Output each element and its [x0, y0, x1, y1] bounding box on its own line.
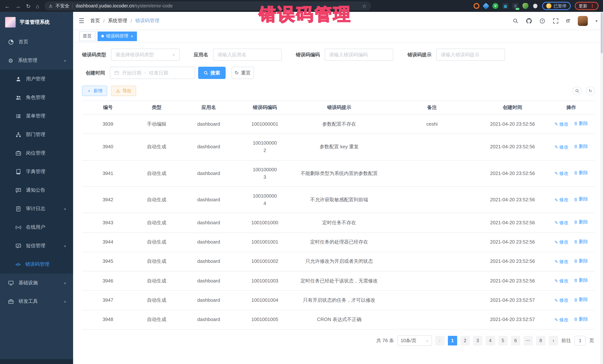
extension-icon-list[interactable]: ≣on [512, 3, 518, 9]
security-label[interactable]: 不安全 [56, 3, 70, 9]
error-type-select[interactable]: 请选择错误码类型 ∨ [111, 49, 180, 61]
browser-update-button[interactable]: 更新 ⋮ [575, 2, 599, 10]
help-icon[interactable]: ? [539, 18, 545, 23]
tag-home[interactable]: 首页 [79, 31, 95, 41]
breadcrumb-home[interactable]: 首页 [90, 17, 100, 24]
cell-hint: 定时任务的处理器已经存在 [310, 239, 368, 245]
scrollbar-thumb[interactable] [601, 13, 603, 53]
browser-menu-icon[interactable]: ⋮ [590, 3, 594, 9]
edit-link[interactable]: ✎修改 [554, 297, 568, 304]
sidebar-item-error-code[interactable]: </> 错误码管理 [0, 255, 73, 274]
edit-link[interactable]: ✎修改 [554, 278, 568, 285]
edit-link[interactable]: ✎修改 [554, 220, 568, 227]
sidebar-item-audit-log[interactable]: 审计日志 ∨ [0, 199, 73, 218]
font-size-icon[interactable]: tT [566, 18, 570, 23]
search-button[interactable]: 搜索 [198, 67, 226, 79]
edit-link[interactable]: ✎修改 [554, 316, 568, 324]
page-button-5[interactable]: 5 [498, 336, 508, 345]
error-code-input[interactable] [325, 49, 393, 61]
forward-icon[interactable]: → [15, 3, 21, 9]
delete-link[interactable]: 删除 [574, 316, 588, 323]
next-page-button[interactable]: › [549, 336, 558, 345]
app-name-input[interactable] [213, 49, 282, 61]
sidebar-item-label: 系统管理 [18, 57, 37, 64]
avatar-caret-icon[interactable]: ▾ [596, 19, 597, 23]
export-button[interactable]: 导出 [111, 86, 136, 96]
delete-link[interactable]: 删除 [574, 143, 588, 150]
tag-error-code[interactable]: 错误码管理 × [98, 31, 137, 41]
delete-link[interactable]: 删除 [574, 296, 588, 304]
delete-link[interactable]: 删除 [574, 238, 588, 245]
error-hint-input[interactable] [436, 49, 505, 61]
page-button-1[interactable]: 1 [448, 336, 457, 345]
delete-link[interactable]: 删除 [574, 277, 588, 284]
more-pages-button[interactable]: ••• [524, 336, 533, 345]
delete-link[interactable]: 删除 [574, 120, 588, 127]
goto-page-input[interactable] [575, 336, 586, 345]
page-size-select[interactable]: 10条/页 ∨ [397, 335, 432, 346]
refresh-table-button[interactable]: ↻ [586, 86, 595, 95]
sidebar-item-departments[interactable]: 部门管理 [0, 125, 73, 144]
user-avatar[interactable] [578, 16, 588, 26]
edit-link[interactable]: ✎修改 [554, 121, 568, 128]
sidebar-item-dictionary[interactable]: 字典管理 [0, 162, 73, 181]
sidebar-item-infrastructure[interactable]: 基础设施 ∨ [0, 274, 73, 292]
github-icon[interactable] [526, 18, 532, 23]
page-button-6[interactable]: 6 [511, 336, 520, 345]
app-logo-row[interactable]: 芋道管理系统 [0, 12, 73, 33]
scrollbar-track[interactable] [600, 12, 603, 364]
breadcrumb-system[interactable]: 系统管理 [108, 17, 127, 24]
back-icon[interactable]: ← [4, 3, 10, 9]
search-icon[interactable] [513, 18, 518, 23]
reset-button[interactable]: ↻ 重置 [232, 67, 254, 79]
col-id: 编号 [82, 101, 134, 114]
sidebar-item-sms[interactable]: 短信管理 ∨ [0, 236, 73, 255]
sidebar-item-posts[interactable]: 岗位管理 [0, 144, 73, 162]
delete-link[interactable]: 删除 [574, 219, 588, 226]
edit-link[interactable]: ✎修改 [554, 239, 568, 246]
page-button-2[interactable]: 2 [461, 336, 470, 345]
toggle-search-button[interactable] [573, 86, 581, 95]
extension-icon-orange[interactable] [474, 3, 479, 9]
close-icon[interactable]: × [131, 33, 133, 39]
sidebar-item-label: 菜单管理 [26, 113, 45, 119]
fullscreen-icon[interactable] [553, 18, 558, 23]
sidebar-item-home[interactable]: 首页 [0, 33, 73, 51]
edit-link[interactable]: ✎修改 [554, 258, 568, 265]
extension-icon-gem[interactable] [483, 3, 489, 10]
delete-link[interactable]: 删除 [574, 258, 588, 265]
bookmark-star-icon[interactable]: ☆ [362, 3, 366, 9]
home-icon[interactable]: ⌂ [36, 3, 39, 9]
page-button-8[interactable]: 8 [536, 336, 545, 345]
sidebar-item-notices[interactable]: 通知公告 [0, 181, 73, 199]
reload-icon[interactable]: ↻ [26, 3, 31, 9]
add-button[interactable]: ＋ 新增 [82, 86, 107, 96]
sidebar-item-online-users[interactable]: 在线用户 [0, 218, 73, 236]
prev-page-button[interactable]: ‹ [435, 336, 445, 345]
sidebar-item-menus[interactable]: 菜单管理 [0, 107, 73, 125]
extension-icon-leaf[interactable] [522, 3, 528, 9]
puzzle-icon[interactable] [533, 3, 538, 9]
profile-paused-pill[interactable]: 已暂停 [542, 2, 570, 10]
hamburger-icon[interactable]: ☰ [79, 17, 84, 25]
extension-icon-grid[interactable]: ▦ [502, 3, 508, 9]
pencil-icon: ✎ [554, 297, 558, 304]
page-button-4[interactable]: 4 [486, 336, 495, 345]
extension-icon-green[interactable]: V [492, 3, 498, 9]
goto-label: 前往 [561, 338, 571, 343]
delete-link[interactable]: 删除 [574, 196, 588, 203]
edit-link[interactable]: ✎修改 [554, 144, 568, 151]
delete-link[interactable]: 删除 [574, 169, 588, 177]
cell-hint: 只允许修改为开启或者关闭状态 [305, 259, 373, 264]
sidebar-item-users[interactable]: 用户管理 [0, 70, 73, 88]
edit-link[interactable]: ✎修改 [554, 197, 568, 204]
page-button-3[interactable]: 3 [473, 336, 482, 345]
sidebar-item-roles[interactable]: 角色管理 [0, 88, 73, 107]
cell-app: dashboard [197, 220, 220, 225]
sidebar-item-dev-tools[interactable]: 研发工具 ∨ [0, 292, 73, 311]
address-bar[interactable]: ⚠ 不安全 dashboard.yudao.iocoder.cn/system/… [44, 1, 371, 10]
date-range-picker[interactable]: 开始日期 - 结束日期 [110, 67, 195, 79]
pencil-icon: ✎ [554, 121, 558, 128]
sidebar-item-system[interactable]: ⚙ 系统管理 ∧ [0, 51, 73, 70]
edit-link[interactable]: ✎修改 [554, 170, 568, 177]
